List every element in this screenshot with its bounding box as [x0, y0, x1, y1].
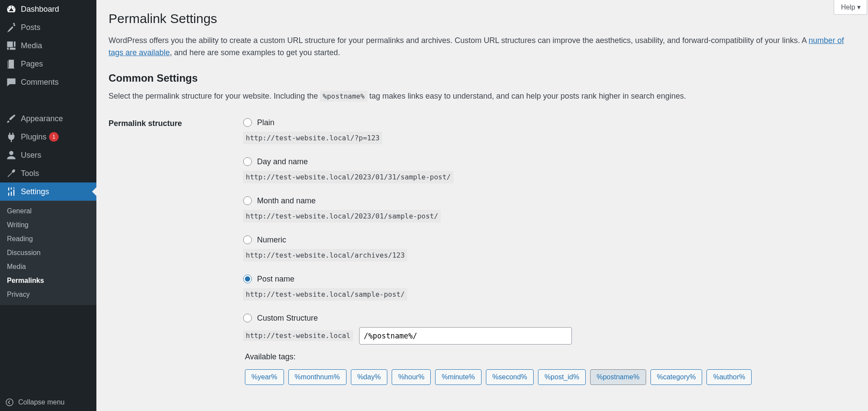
- option-month: Month and name http://test-website.local…: [243, 196, 856, 222]
- row-label: Permalink structure: [109, 118, 243, 128]
- intro-text-before: WordPress offers you the ability to crea…: [109, 36, 809, 45]
- example-day: http://test-website.local/2023/01/31/sam…: [243, 171, 453, 183]
- collapse-label: Collapse menu: [18, 398, 65, 406]
- example-plain: http://test-website.local/?p=123: [243, 132, 382, 144]
- intro-paragraph: WordPress offers you the ability to crea…: [109, 35, 856, 59]
- dropdown-icon: ▾: [857, 3, 861, 11]
- example-postname: http://test-website.local/sample-post/: [243, 288, 407, 301]
- tag-button[interactable]: %hour%: [392, 369, 431, 385]
- settings-label: Settings: [21, 186, 49, 197]
- option-custom: Custom Structure http://test-website.loc…: [243, 314, 856, 385]
- media-label: Media: [21, 40, 42, 51]
- select-text-before: Select the permalink structure for your …: [109, 92, 320, 100]
- radio-month-label[interactable]: Month and name: [257, 196, 316, 206]
- radio-numeric-label[interactable]: Numeric: [257, 235, 286, 245]
- postname-code: %postname%: [320, 91, 367, 102]
- sidebar-item-plugins[interactable]: Plugins 1: [0, 128, 96, 146]
- tag-button[interactable]: %second%: [486, 369, 534, 385]
- pages-label: Pages: [21, 59, 43, 69]
- tools-label: Tools: [21, 168, 39, 179]
- sub-discussion[interactable]: Discussion: [0, 246, 96, 260]
- sidebar-item-settings[interactable]: Settings: [0, 182, 96, 201]
- sidebar-item-pages[interactable]: Pages: [0, 55, 96, 73]
- comment-icon: [6, 77, 17, 87]
- tag-button[interactable]: %author%: [706, 369, 752, 385]
- available-tags-label: Available tags:: [245, 352, 856, 361]
- main-content: Help ▾ Permalink Settings WordPress offe…: [96, 0, 868, 411]
- common-settings-heading: Common Settings: [109, 72, 856, 84]
- select-text-after: tag makes links easy to understand, and …: [370, 92, 686, 100]
- tag-button[interactable]: %post_id%: [538, 369, 586, 385]
- radio-postname-label[interactable]: Post name: [257, 275, 294, 284]
- tag-button[interactable]: %day%: [351, 369, 387, 385]
- sidebar-separator: [0, 91, 96, 109]
- radio-numeric[interactable]: [243, 235, 252, 244]
- option-plain: Plain http://test-website.local/?p=123: [243, 118, 856, 144]
- media-icon: [6, 40, 17, 51]
- tag-buttons: %year%%monthnum%%day%%hour%%minute%%seco…: [245, 369, 856, 385]
- option-numeric: Numeric http://test-website.local/archiv…: [243, 235, 856, 262]
- appearance-label: Appearance: [21, 113, 63, 124]
- pages-icon: [6, 59, 17, 69]
- tag-button[interactable]: %year%: [245, 369, 284, 385]
- admin-sidebar: Dashboard Posts Media Pages Comments: [0, 0, 96, 411]
- radio-postname[interactable]: [243, 275, 252, 283]
- sub-media[interactable]: Media: [0, 260, 96, 274]
- plugins-badge: 1: [49, 132, 59, 142]
- select-paragraph: Select the permalink structure for your …: [109, 90, 856, 103]
- sidebar-item-appearance[interactable]: Appearance: [0, 109, 96, 128]
- plug-icon: [6, 132, 17, 142]
- user-icon: [6, 150, 17, 160]
- tag-button[interactable]: %monthnum%: [288, 369, 347, 385]
- permalink-structure-row: Permalink structure Plain http://test-we…: [109, 118, 856, 390]
- example-month: http://test-website.local/2023/01/sample…: [243, 210, 441, 222]
- settings-icon: [6, 186, 17, 197]
- sub-reading[interactable]: Reading: [0, 232, 96, 246]
- sidebar-item-users[interactable]: Users: [0, 146, 96, 164]
- tag-button[interactable]: %category%: [650, 369, 703, 385]
- custom-structure-input[interactable]: [359, 327, 572, 345]
- svg-point-0: [6, 399, 13, 406]
- radio-day-label[interactable]: Day and name: [257, 157, 308, 166]
- collapse-icon: [5, 398, 14, 407]
- radio-plain-label[interactable]: Plain: [257, 118, 274, 127]
- permalink-options: Plain http://test-website.local/?p=123 D…: [243, 118, 856, 390]
- sidebar-item-dashboard[interactable]: Dashboard: [0, 0, 96, 18]
- intro-text-after: , and here are some examples to get you …: [170, 48, 340, 57]
- sidebar-item-media[interactable]: Media: [0, 36, 96, 55]
- posts-label: Posts: [21, 22, 40, 33]
- radio-custom[interactable]: [243, 314, 252, 322]
- collapse-menu[interactable]: Collapse menu: [0, 394, 96, 411]
- pin-icon: [6, 22, 17, 33]
- help-tab[interactable]: Help ▾: [834, 0, 867, 15]
- users-label: Users: [21, 150, 41, 160]
- sub-permalinks[interactable]: Permalinks: [0, 274, 96, 288]
- radio-day[interactable]: [243, 157, 252, 166]
- tag-button[interactable]: %postname%: [590, 369, 646, 385]
- radio-month[interactable]: [243, 196, 252, 205]
- sub-writing[interactable]: Writing: [0, 218, 96, 232]
- sidebar-item-posts[interactable]: Posts: [0, 18, 96, 36]
- option-postname: Post name http://test-website.local/samp…: [243, 275, 856, 301]
- radio-custom-label[interactable]: Custom Structure: [257, 314, 318, 323]
- sub-privacy[interactable]: Privacy: [0, 288, 96, 302]
- plugins-label: Plugins: [21, 132, 46, 142]
- dashboard-label: Dashboard: [21, 4, 59, 14]
- page-title: Permalink Settings: [109, 5, 856, 29]
- option-day: Day and name http://test-website.local/2…: [243, 157, 856, 183]
- sub-general[interactable]: General: [0, 204, 96, 218]
- custom-base: http://test-website.local: [243, 330, 353, 341]
- comments-label: Comments: [21, 77, 59, 87]
- wrench-icon: [6, 168, 17, 179]
- tag-button[interactable]: %minute%: [435, 369, 481, 385]
- sidebar-item-tools[interactable]: Tools: [0, 164, 96, 182]
- brush-icon: [6, 113, 17, 124]
- help-label: Help: [841, 3, 855, 11]
- example-numeric: http://test-website.local/archives/123: [243, 249, 407, 262]
- radio-plain[interactable]: [243, 118, 252, 127]
- gauge-icon: [6, 4, 17, 14]
- sidebar-item-comments[interactable]: Comments: [0, 73, 96, 91]
- settings-submenu: General Writing Reading Discussion Media…: [0, 201, 96, 305]
